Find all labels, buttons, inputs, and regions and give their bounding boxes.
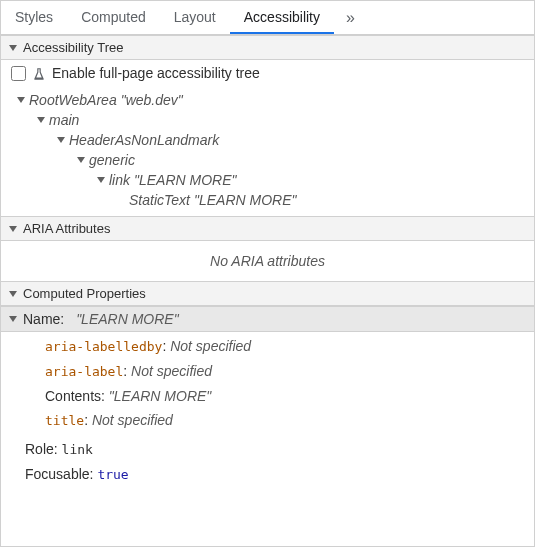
name-source-row: title: Not specified: [1, 408, 534, 433]
disclosure-triangle-icon: [57, 137, 65, 143]
name-source-attr: Contents: [45, 388, 101, 404]
computed-role-value: link: [62, 442, 93, 457]
disclosure-triangle-icon: [37, 117, 45, 123]
computed-name-value: "LEARN MORE": [76, 311, 179, 327]
section-header-tree[interactable]: Accessibility Tree: [1, 35, 534, 60]
computed-name-sources: aria-labelledby: Not specifiedaria-label…: [1, 332, 534, 437]
disclosure-triangle-icon: [97, 177, 105, 183]
ax-node-role: generic: [89, 152, 135, 168]
tab-layout[interactable]: Layout: [160, 1, 230, 34]
section-header-computed[interactable]: Computed Properties: [1, 281, 534, 306]
ax-tree-node[interactable]: StaticText "LEARN MORE": [1, 190, 534, 210]
name-source-row: Contents: "LEARN MORE": [1, 384, 534, 408]
aria-empty-message: No ARIA attributes: [1, 241, 534, 281]
name-source-value: Not specified: [131, 363, 212, 379]
name-source-attr: aria-labelledby: [45, 339, 162, 354]
devtools-tabs: Styles Computed Layout Accessibility »: [1, 1, 534, 35]
tab-styles[interactable]: Styles: [1, 1, 67, 34]
experiment-flask-icon: [32, 66, 46, 80]
ax-node-name: "LEARN MORE": [194, 192, 297, 208]
ax-tree-node[interactable]: generic: [1, 150, 534, 170]
disclosure-triangle-icon: [9, 45, 17, 51]
section-title: ARIA Attributes: [23, 221, 110, 236]
computed-focusable-value: true: [97, 467, 128, 482]
ax-tree-node[interactable]: main: [1, 110, 534, 130]
ax-node-name: "LEARN MORE": [134, 172, 237, 188]
name-source-row: aria-labelledby: Not specified: [1, 334, 534, 359]
computed-focusable-label: Focusable:: [25, 466, 93, 482]
name-source-attr: title: [45, 413, 84, 428]
ax-node-role: HeaderAsNonLandmark: [69, 132, 219, 148]
disclosure-triangle-icon: [77, 157, 85, 163]
computed-name-row[interactable]: Name: "LEARN MORE": [1, 306, 534, 332]
tabs-overflow-button[interactable]: »: [334, 1, 366, 34]
tab-accessibility[interactable]: Accessibility: [230, 1, 334, 34]
name-source-row: aria-label: Not specified: [1, 359, 534, 384]
name-source-value: Not specified: [170, 338, 251, 354]
enable-full-tree-checkbox[interactable]: [11, 66, 26, 81]
ax-node-role: StaticText: [129, 192, 190, 208]
accessibility-tree: RootWebArea "web.dev" main HeaderAsNonLa…: [1, 86, 534, 216]
name-source-value: Not specified: [92, 412, 173, 428]
ax-node-role: main: [49, 112, 79, 128]
name-source-attr: aria-label: [45, 364, 123, 379]
section-title: Computed Properties: [23, 286, 146, 301]
disclosure-triangle-icon: [9, 291, 17, 297]
ax-node-name: "web.dev": [121, 92, 183, 108]
ax-node-role: RootWebArea: [29, 92, 117, 108]
ax-tree-node[interactable]: HeaderAsNonLandmark: [1, 130, 534, 150]
computed-focusable-row: Focusable: true: [1, 462, 534, 487]
name-source-value: "LEARN MORE": [109, 388, 212, 404]
tab-computed[interactable]: Computed: [67, 1, 160, 34]
enable-full-tree-label: Enable full-page accessibility tree: [52, 63, 260, 83]
ax-tree-node[interactable]: link "LEARN MORE": [1, 170, 534, 190]
computed-name-label: Name:: [23, 311, 64, 327]
ax-node-role: link: [109, 172, 130, 188]
section-title: Accessibility Tree: [23, 40, 123, 55]
enable-full-tree-row: Enable full-page accessibility tree: [1, 60, 534, 86]
section-header-aria[interactable]: ARIA Attributes: [1, 216, 534, 241]
ax-tree-node[interactable]: RootWebArea "web.dev": [1, 90, 534, 110]
computed-role-label: Role:: [25, 441, 58, 457]
disclosure-triangle-icon: [17, 97, 25, 103]
disclosure-triangle-icon: [9, 316, 17, 322]
computed-role-row: Role: link: [1, 437, 534, 462]
disclosure-triangle-icon: [9, 226, 17, 232]
